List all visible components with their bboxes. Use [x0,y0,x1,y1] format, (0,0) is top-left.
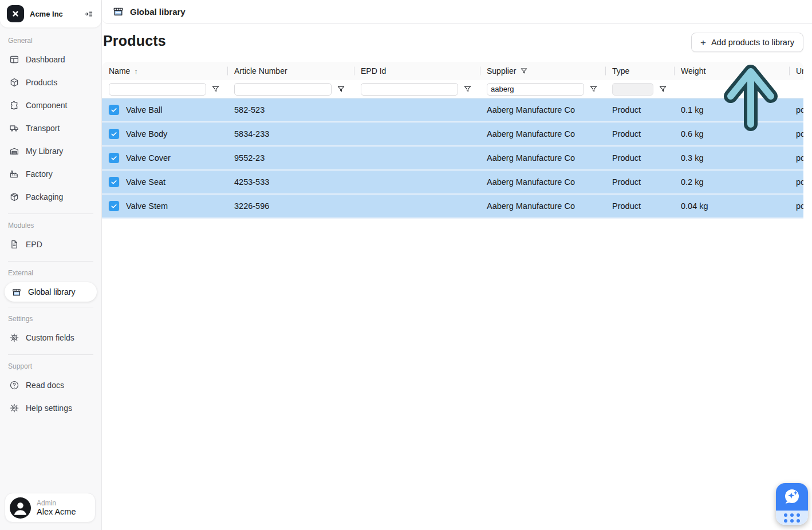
person-icon [10,497,31,519]
cell-supplier: Aaberg Manufacture Co [480,105,605,114]
epd-id-filter-input[interactable] [361,83,458,96]
table-row[interactable]: Valve Stem 3226-596 Aaberg Manufacture C… [102,195,803,219]
sidebar-item-custom-fields[interactable]: Custom fields [0,326,101,349]
row-checkbox[interactable] [109,177,119,187]
sidebar-item-products[interactable]: Products [0,71,101,94]
column-header-epd-id[interactable]: EPD Id [354,62,480,80]
org-logo [7,5,24,22]
dashboard-icon [9,54,19,65]
table-row[interactable]: Valve Cover 9552-23 Aaberg Manufacture C… [102,147,803,171]
check-icon [111,155,117,161]
warehouse-icon [9,146,19,156]
gear-icon [9,333,19,343]
column-header-weight[interactable]: Weight [674,62,789,80]
chat-button[interactable] [776,483,808,511]
sort-asc-icon: ↑ [134,67,138,76]
cell-type: Product [605,201,674,211]
table-row[interactable]: Valve Seat 4253-533 Aaberg Manufacture C… [102,171,803,195]
cell-weight: 0.04 kg [674,201,789,211]
cell-unit: pcs [789,105,803,114]
sidebar-item-dashboard[interactable]: Dashboard [0,48,101,71]
filter-funnel-icon[interactable] [463,85,472,93]
sidebar-item-transport[interactable]: Transport [0,117,101,140]
sidebar-item-label: Packaging [26,192,63,201]
sidebar-divider [8,307,93,307]
sidebar-item-label: My Library [26,147,63,156]
row-checkbox[interactable] [109,201,119,211]
article-number-filter-input[interactable] [234,83,332,96]
cell-supplier: Aaberg Manufacture Co [480,177,605,187]
add-products-to-library-button[interactable]: + Add products to library [691,33,803,52]
collapse-sidebar-icon[interactable] [82,7,94,20]
sidebar-item-label: Read docs [26,381,64,390]
cell-type: Product [605,177,674,187]
gear-icon [9,403,19,413]
filter-funnel-icon[interactable] [589,85,598,93]
sidebar-item-packaging[interactable]: Packaging [0,185,101,208]
storefront-icon [112,6,124,18]
section-label-support: Support [0,360,101,374]
cell-unit: pcs [789,201,803,211]
name-filter-input[interactable] [109,83,206,96]
sidebar-item-help-settings[interactable]: Help settings [0,397,101,420]
cell-supplier: Aaberg Manufacture Co [480,153,605,163]
title-row: Products + Add products to library [102,24,812,62]
sidebar-item-component[interactable]: Component [0,94,101,117]
table-filter-row [102,80,803,98]
column-header-supplier[interactable]: Supplier [480,62,605,80]
table-row[interactable]: Valve Body 5834-233 Aaberg Manufacture C… [102,122,803,147]
filter-funnel-icon[interactable] [211,85,220,93]
help-circle-icon [9,380,19,390]
sidebar-item-label: Transport [26,124,60,133]
sidebar-item-read-docs[interactable]: Read docs [0,374,101,397]
table-header-row: Name ↑ Article Number EPD Id Supplier Ty… [102,62,803,80]
row-checkbox[interactable] [109,105,119,115]
add-button-label: Add products to library [711,38,794,47]
sidebar-item-epd[interactable]: EPD [0,233,101,256]
sidebar-item-factory[interactable]: Factory [0,163,101,185]
sidebar-item-label: Component [26,101,67,110]
section-label-settings: Settings [0,313,101,326]
type-filter-input[interactable] [612,83,653,96]
column-header-name[interactable]: Name ↑ [102,62,227,80]
column-header-type[interactable]: Type [605,62,674,80]
cell-unit: pcs [789,177,803,187]
cell-type: Product [605,153,674,163]
check-icon [111,106,117,113]
table-row[interactable]: Valve Ball 582-523 Aaberg Manufacture Co… [102,98,803,122]
main-area: Global library Products + Add products t… [102,0,812,530]
row-checkbox[interactable] [109,153,119,163]
org-switcher[interactable]: Acme Inc [0,0,101,27]
user-card[interactable]: Admin Alex Acme [5,493,96,523]
sidebar-item-my-library[interactable]: My Library [0,140,101,163]
filter-funnel-icon[interactable] [337,85,345,93]
sidebar-item-global-library[interactable]: Global library [5,282,97,302]
topbar: Global library [102,0,812,24]
cell-weight: 0.2 kg [674,177,789,187]
user-name: Alex Acme [37,507,76,516]
supplier-filter-input[interactable] [487,83,584,96]
cell-article-number: 5834-233 [227,129,354,139]
sidebar-divider [8,354,93,355]
widget-drag-handle[interactable] [776,511,808,525]
cell-name: Valve Body [126,129,167,139]
sidebar-divider [8,213,93,214]
cell-unit: pcs [789,153,803,163]
cell-name: Valve Seat [126,177,165,187]
column-header-unit[interactable]: Unit [789,62,803,80]
cell-weight: 0.3 kg [674,153,789,163]
cell-article-number: 582-523 [227,105,354,114]
org-name: Acme Inc [30,10,76,18]
storefront-icon [11,287,22,297]
section-label-modules: Modules [0,219,101,233]
cell-article-number: 4253-533 [227,177,354,187]
chat-sparkle-icon [782,487,802,507]
filter-funnel-icon[interactable] [659,85,667,93]
column-header-article-number[interactable]: Article Number [227,62,354,80]
chat-widget [776,483,808,525]
document-icon [9,239,19,250]
check-icon [111,179,117,185]
page-breadcrumb-title: Global library [130,7,186,17]
check-icon [111,203,117,209]
row-checkbox[interactable] [109,129,119,139]
